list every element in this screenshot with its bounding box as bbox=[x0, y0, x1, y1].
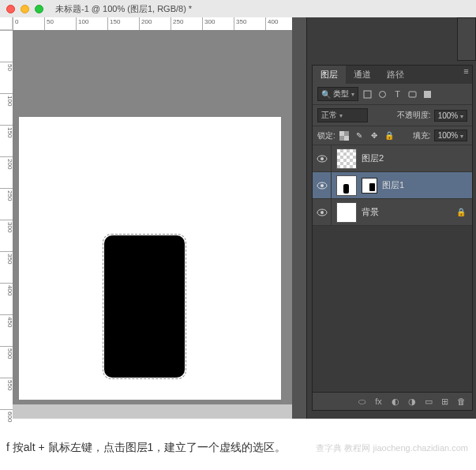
ruler-tick: 350 bbox=[234, 17, 265, 30]
layer-mask-icon[interactable]: ◐ bbox=[389, 396, 401, 407]
fill-label: 填充: bbox=[413, 130, 431, 141]
layer-name[interactable]: 背景 bbox=[362, 206, 379, 218]
tab-channels[interactable]: 通道 bbox=[346, 66, 379, 84]
ruler-tick: 100 bbox=[76, 17, 107, 30]
delete-layer-icon[interactable]: 🗑 bbox=[455, 396, 467, 407]
ruler-tick: 300 bbox=[0, 220, 13, 251]
ruler-vertical[interactable]: 50 100 150 200 250 300 350 400 450 500 5… bbox=[0, 30, 13, 419]
new-layer-icon[interactable]: ⊞ bbox=[439, 396, 451, 407]
lock-paint-icon[interactable]: ✎ bbox=[354, 130, 365, 141]
ruler-tick: 300 bbox=[202, 17, 234, 30]
chevron-down-icon: ▾ bbox=[460, 113, 463, 120]
panel-menu-icon[interactable]: ≡ bbox=[460, 66, 472, 77]
tab-layers[interactable]: 图层 bbox=[313, 66, 346, 84]
ruler-tick: 50 bbox=[44, 17, 76, 30]
layer-name[interactable]: 图层2 bbox=[362, 152, 384, 164]
ruler-tick: 250 bbox=[171, 17, 202, 30]
lock-transparency-icon[interactable] bbox=[339, 130, 350, 141]
svg-point-8 bbox=[320, 157, 324, 160]
layers-list: 图层2 图层1 背景 🔒 bbox=[313, 145, 472, 226]
lock-row: 锁定: ✎ ✥ 🔒 填充: 100% ▾ bbox=[313, 126, 472, 145]
visibility-toggle[interactable] bbox=[313, 172, 332, 198]
scrollbar-horizontal[interactable] bbox=[13, 404, 292, 419]
lock-position-icon[interactable]: ✥ bbox=[369, 130, 380, 141]
ruler-origin[interactable] bbox=[0, 17, 13, 30]
ruler-tick: 150 bbox=[0, 125, 13, 156]
lock-label: 锁定: bbox=[317, 130, 335, 141]
adjustment-layer-icon[interactable]: ◑ bbox=[406, 396, 418, 407]
ruler-tick: 350 bbox=[0, 251, 13, 283]
ruler-tick: 500 bbox=[0, 346, 13, 378]
layer-thumbnail[interactable] bbox=[336, 149, 357, 169]
maximize-icon[interactable] bbox=[35, 5, 43, 13]
chevron-down-icon: ▾ bbox=[351, 91, 354, 98]
visibility-toggle[interactable] bbox=[313, 199, 332, 225]
layer-row[interactable]: 图层1 bbox=[313, 172, 472, 199]
layer-row[interactable]: 图层2 bbox=[313, 145, 472, 172]
ruler-tick: 400 bbox=[265, 17, 297, 30]
filter-smart-icon[interactable] bbox=[422, 88, 433, 100]
ruler-tick: 250 bbox=[0, 188, 13, 220]
ruler-horizontal[interactable]: 0 50 100 150 200 250 300 350 400 bbox=[13, 17, 292, 30]
layer-effects-icon[interactable]: fx bbox=[373, 396, 384, 407]
link-layers-icon[interactable]: ⬭ bbox=[356, 396, 368, 407]
search-icon: 🔍 bbox=[321, 90, 331, 99]
ruler-tick: 600 bbox=[0, 409, 13, 441]
black-rounded-rect-shape bbox=[104, 235, 185, 378]
canvas-viewport[interactable] bbox=[13, 30, 292, 404]
collapsed-panel-icons[interactable] bbox=[457, 17, 476, 61]
ruler-tick: 450 bbox=[0, 314, 13, 346]
layer-thumbnail[interactable] bbox=[336, 202, 357, 223]
layer-group-icon[interactable]: ▭ bbox=[422, 396, 434, 407]
layer-mask-thumbnail[interactable] bbox=[362, 178, 377, 194]
svg-point-10 bbox=[320, 184, 324, 187]
ruler-tick: 50 bbox=[0, 62, 13, 93]
opacity-label: 不透明度: bbox=[397, 110, 431, 121]
watermark-text: 查字典 教程网 jiaocheng.chazidian.com bbox=[316, 442, 468, 454]
minimize-icon[interactable] bbox=[21, 5, 29, 13]
layer-thumbnail[interactable] bbox=[336, 175, 357, 196]
svg-rect-6 bbox=[344, 136, 349, 141]
lock-all-icon[interactable]: 🔒 bbox=[384, 130, 395, 141]
blend-mode-select[interactable]: 正常 ▾ bbox=[317, 108, 368, 122]
selection-marquee bbox=[103, 234, 186, 379]
ruler-tick: 200 bbox=[139, 17, 171, 30]
svg-point-12 bbox=[320, 211, 324, 214]
svg-rect-2 bbox=[409, 92, 416, 97]
window-title: 未标题-1 @ 100% (图层1, RGB/8) * bbox=[55, 3, 192, 15]
layers-footer: ⬭ fx ◐ ◑ ▭ ⊞ 🗑 bbox=[313, 392, 472, 410]
ruler-tick: 150 bbox=[107, 17, 139, 30]
layer-row[interactable]: 背景 🔒 bbox=[313, 199, 472, 226]
chevron-down-icon: ▾ bbox=[460, 133, 463, 140]
ruler-tick: 550 bbox=[0, 378, 13, 409]
svg-rect-0 bbox=[364, 91, 371, 98]
ruler-tick bbox=[0, 30, 13, 62]
canvas-area: 0 50 100 150 200 250 300 350 400 50 100 … bbox=[0, 17, 292, 419]
filter-type-select[interactable]: 🔍 类型 ▾ bbox=[317, 87, 358, 101]
panel-tabs: 图层 通道 路径 ≡ bbox=[313, 66, 472, 84]
layers-panel: 图层 通道 路径 ≡ 🔍 类型 ▾ T 正常 bbox=[312, 65, 473, 411]
filter-text-icon[interactable]: T bbox=[392, 88, 403, 100]
filter-shape-icon[interactable] bbox=[407, 88, 418, 100]
tab-paths[interactable]: 路径 bbox=[379, 66, 412, 84]
ruler-tick: 0 bbox=[13, 17, 44, 30]
right-dock: 图层 通道 路径 ≡ 🔍 类型 ▾ T 正常 bbox=[306, 0, 476, 419]
lock-icon: 🔒 bbox=[456, 208, 466, 216]
filter-adjust-icon[interactable] bbox=[377, 88, 388, 100]
opacity-input[interactable]: 100% ▾ bbox=[434, 110, 467, 122]
titlebar: 未标题-1 @ 100% (图层1, RGB/8) * bbox=[0, 0, 476, 17]
visibility-toggle[interactable] bbox=[313, 145, 332, 171]
canvas[interactable] bbox=[19, 117, 281, 400]
fill-input[interactable]: 100% ▾ bbox=[434, 130, 467, 141]
close-icon[interactable] bbox=[6, 5, 15, 13]
layer-name[interactable]: 图层1 bbox=[382, 179, 404, 191]
ruler-tick: 100 bbox=[0, 93, 13, 125]
layer-filter-row: 🔍 类型 ▾ T bbox=[313, 84, 472, 105]
ruler-tick: 400 bbox=[0, 283, 13, 314]
blend-row: 正常 ▾ 不透明度: 100% ▾ bbox=[313, 105, 472, 126]
caption-text: f 按alt + 鼠标左键，点击图层1，建立了一个虚线的选区。 bbox=[6, 441, 286, 455]
ruler-tick: 200 bbox=[0, 156, 13, 188]
filter-pixel-icon[interactable] bbox=[362, 88, 373, 100]
svg-rect-5 bbox=[339, 131, 344, 136]
svg-point-1 bbox=[380, 91, 386, 97]
